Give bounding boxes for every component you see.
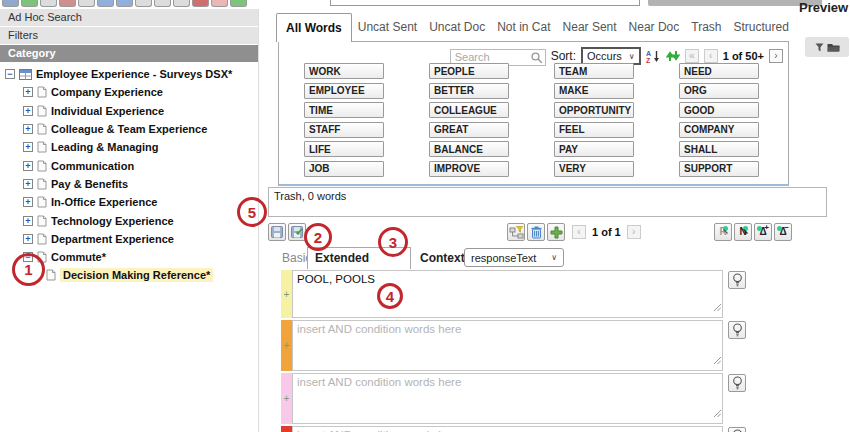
word-button[interactable]: STAFF — [304, 122, 384, 138]
expand-icon[interactable]: + — [23, 142, 33, 152]
rules-pager-prev-button[interactable]: ‹ — [572, 225, 586, 239]
tab-structured[interactable]: Structured — [728, 13, 795, 42]
toolbar-icon[interactable] — [173, 0, 190, 7]
tree-item-label[interactable]: Department Experience — [51, 233, 174, 245]
word-button[interactable]: BALANCE — [429, 141, 509, 157]
tab-all-words[interactable]: All Words — [276, 13, 352, 42]
suggest-bulb-icon[interactable] — [728, 374, 746, 392]
word-button[interactable]: PAY — [554, 141, 634, 157]
tree-item[interactable]: +Communication — [0, 156, 258, 174]
word-button[interactable]: BETTER — [429, 83, 509, 99]
collapse-icon[interactable]: − — [5, 69, 15, 79]
condition-input[interactable] — [292, 426, 723, 432]
pager-prev-button[interactable]: ‹ — [704, 49, 718, 63]
word-button[interactable]: TEAM — [554, 63, 634, 79]
word-button[interactable]: TIME — [304, 102, 384, 118]
word-button[interactable]: COMPANY — [679, 122, 759, 138]
pager-next-button[interactable]: › — [769, 49, 783, 63]
word-button[interactable]: EMPLOYEE — [304, 83, 384, 99]
expand-icon[interactable]: + — [23, 216, 33, 226]
toolbar-icon[interactable] — [192, 0, 209, 7]
add-condition-gutter[interactable]: + — [281, 320, 292, 371]
toolbar-icon[interactable] — [21, 0, 38, 7]
sidebar-section-adhoc-search[interactable]: Ad Hoc Search — [0, 9, 258, 26]
tree-item-label[interactable]: Decision Making Reference* — [60, 268, 213, 282]
tree-item[interactable]: +Technology Experience — [0, 211, 258, 229]
resize-handle[interactable] — [714, 297, 721, 315]
tab-not-in-cat[interactable]: Not in Cat — [491, 13, 556, 42]
tree-item-label[interactable]: Colleague & Team Experience — [51, 123, 207, 135]
add-condition-gutter[interactable]: + — [281, 270, 292, 318]
toolbar-icon[interactable] — [2, 0, 19, 7]
tree-item-label[interactable]: Communication — [51, 160, 134, 172]
toolbar-icon[interactable] — [135, 0, 152, 7]
resize-handle[interactable] — [714, 350, 721, 368]
tree-item-label[interactable]: Technology Experience — [51, 215, 174, 227]
suggest-bulb-icon[interactable] — [728, 271, 746, 289]
expand-icon[interactable]: + — [23, 197, 33, 207]
word-button[interactable]: WORK — [304, 63, 384, 79]
toolbar-icon[interactable] — [40, 0, 57, 7]
rules-pager-next-button[interactable]: › — [627, 225, 641, 239]
sidebar-section-category[interactable]: Category — [0, 45, 258, 62]
expand-icon[interactable]: + — [23, 124, 33, 134]
toolbar-icon[interactable] — [154, 0, 171, 7]
toolbar-icon[interactable] — [230, 0, 247, 7]
word-button[interactable]: SHALL — [679, 141, 759, 157]
sort-az-icon[interactable]: AZ — [646, 49, 661, 64]
word-button[interactable]: NEED — [679, 63, 759, 79]
delta-plus-icon[interactable]: Δ+ — [754, 223, 772, 241]
word-button[interactable]: PEOPLE — [429, 63, 509, 79]
tree-item[interactable]: +Colleague & Team Experience — [0, 120, 258, 138]
match-r-icon[interactable]: R — [714, 223, 732, 241]
tree-item[interactable]: +Company Experience — [0, 83, 258, 101]
toolbar-icon[interactable] — [97, 0, 114, 7]
delta-minus-icon[interactable]: Δ− — [774, 223, 792, 241]
tab-uncat-doc[interactable]: Uncat Doc — [423, 13, 491, 42]
context-select[interactable]: responseText ∨ — [464, 248, 564, 267]
add-rule-icon[interactable] — [547, 223, 565, 241]
word-button[interactable]: OPPORTUNITY — [554, 102, 634, 118]
condition-input[interactable]: POOL, POOLS — [292, 270, 723, 318]
word-button[interactable]: JOB — [304, 161, 384, 177]
tree-root[interactable]: − Employee Experience - Surveys DSX* — [0, 65, 258, 83]
tree-item[interactable]: +Department Experience — [0, 230, 258, 248]
suggest-bulb-icon[interactable] — [728, 427, 746, 432]
toolbar-icon[interactable] — [116, 0, 133, 7]
word-button[interactable]: GREAT — [429, 122, 509, 138]
word-button[interactable]: SUPPORT — [679, 161, 759, 177]
condition-input[interactable] — [292, 320, 723, 371]
pager-first-button[interactable]: « — [685, 49, 699, 63]
tab-uncat-sent[interactable]: Uncat Sent — [352, 13, 423, 42]
tree-item-label[interactable]: In-Office Experience — [51, 196, 157, 208]
filter-folder-button[interactable] — [805, 37, 849, 57]
tree-item-label[interactable]: Pay & Benefits — [51, 178, 128, 190]
match-n-icon[interactable]: N — [734, 223, 752, 241]
word-button[interactable]: IMPROVE — [429, 161, 509, 177]
tree-item[interactable]: +Leading & Managing — [0, 138, 258, 156]
tree-item-label[interactable]: Leading & Managing — [51, 141, 159, 153]
category-tree-icon[interactable] — [507, 223, 525, 241]
model-button-remnant[interactable] — [648, 0, 822, 6]
word-button[interactable]: LIFE — [304, 141, 384, 157]
word-button[interactable]: COLLEAGUE — [429, 102, 509, 118]
toolbar-icon[interactable] — [211, 0, 228, 7]
word-button[interactable]: MAKE — [554, 83, 634, 99]
expand-icon[interactable]: + — [23, 87, 33, 97]
tree-item[interactable]: +Pay & Benefits — [0, 175, 258, 193]
tab-near-sent[interactable]: Near Sent — [557, 13, 623, 42]
tree-item[interactable]: +In-Office Experience — [0, 193, 258, 211]
expand-icon[interactable]: + — [23, 161, 33, 171]
tree-item[interactable]: +Individual Experience — [0, 102, 258, 120]
sidebar-section-filters[interactable]: Filters — [0, 27, 258, 44]
word-button[interactable]: FEEL — [554, 122, 634, 138]
word-button[interactable]: VERY — [554, 161, 634, 177]
word-button[interactable]: ORG — [679, 83, 759, 99]
sort-direction-icon[interactable] — [666, 49, 680, 63]
add-condition-gutter[interactable]: + — [281, 373, 292, 424]
trash-icon[interactable] — [527, 223, 545, 241]
model-input-remnant[interactable] — [330, 0, 640, 6]
expand-icon[interactable]: + — [23, 234, 33, 244]
toolbar-icon[interactable] — [59, 0, 76, 7]
condition-input[interactable] — [292, 373, 723, 424]
